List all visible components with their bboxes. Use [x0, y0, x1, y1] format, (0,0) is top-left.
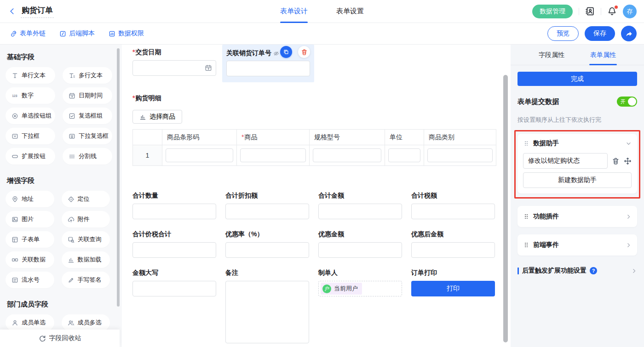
toolbar-link[interactable]: 表单外链 [10, 29, 46, 38]
delivery-date-input[interactable] [132, 60, 216, 76]
toolbar-link[interactable]: 后端脚本 [59, 29, 95, 38]
canvas-scrollbar[interactable] [503, 75, 508, 342]
table-cell[interactable] [162, 145, 237, 166]
submit-data-toggle[interactable]: 开 [617, 97, 637, 107]
sidebar-item-multiline[interactable]: 多行文本 [63, 67, 112, 84]
table-cell-input[interactable] [313, 148, 381, 162]
field-amount-in-words[interactable]: 金额大写 [132, 269, 216, 343]
copy-field-button[interactable] [280, 46, 292, 58]
sidebar-item-chart[interactable]: 数据加载 [62, 251, 110, 268]
toolbar-link[interactable]: 数据权限 [109, 29, 144, 38]
summary-field[interactable]: 合计数量 [132, 192, 216, 219]
linked-sales-order-input[interactable] [226, 61, 310, 76]
back-button[interactable] [8, 7, 16, 15]
summary-input[interactable] [411, 204, 495, 219]
data-helper-item[interactable]: 修改以销定购状态 [523, 153, 608, 169]
sidebar-scrollbar[interactable] [117, 48, 120, 307]
sidebar-item-users[interactable]: 成员多选 [62, 314, 110, 331]
top-tab[interactable]: 表单设计 [280, 0, 308, 23]
save-button[interactable]: 保存 [585, 26, 615, 41]
sidebar-item-number[interactable]: 123数字 [6, 87, 55, 104]
contacts-book-icon[interactable] [585, 6, 595, 16]
properties-tab[interactable]: 字段属性 [539, 45, 564, 65]
form-title[interactable]: 购货订单 [21, 5, 54, 18]
summary-field[interactable]: 合计价税合计 [132, 230, 216, 258]
creator-input[interactable]: 户 当前用户 [318, 281, 402, 296]
print-button[interactable]: 打印 [411, 281, 495, 296]
sidebar-item-attachment[interactable]: 附件 [62, 211, 110, 228]
table-cell-input[interactable] [166, 148, 233, 162]
help-question-icon[interactable]: ? [590, 267, 597, 274]
field-recycle-bin[interactable]: 字段回收站 [0, 330, 120, 347]
summary-field[interactable]: 合计金额 [318, 192, 402, 219]
sidebar-item-signature[interactable]: 手写签名 [62, 272, 110, 288]
summary-input[interactable] [132, 204, 216, 219]
field-delivery-date[interactable]: *交货日期 [132, 48, 216, 82]
data-helper-card: 数据助手 修改以销定购状态 新建数据助手 [518, 134, 637, 193]
field-order-print[interactable]: 订单打印 打印 [411, 269, 495, 343]
data-helper-header[interactable]: 数据助手 [523, 139, 632, 148]
user-avatar[interactable]: 存 [623, 5, 637, 18]
preview-button[interactable]: 预览 [547, 26, 579, 41]
plugin-card[interactable]: 功能插件 [518, 206, 637, 227]
sidebar-item-user[interactable]: 成员单选 [6, 314, 54, 331]
properties-tab[interactable]: 表单属性 [590, 45, 616, 65]
user-tag-avatar: 户 [322, 284, 331, 293]
sidebar-item-text[interactable]: 单行文本 [6, 67, 55, 84]
table-cell-input[interactable] [427, 148, 493, 162]
data-manage-button[interactable]: 数据管理 [532, 5, 573, 18]
sidebar-item-calendar[interactable]: 日期时间 [63, 87, 112, 104]
new-data-helper-button[interactable]: 新建数据助手 [523, 172, 632, 188]
field-remark[interactable]: 备注 [225, 269, 309, 343]
table-cell[interactable] [424, 145, 496, 166]
done-button[interactable]: 完成 [518, 72, 637, 86]
field-linked-sales-order[interactable]: 关联销货订单号 [222, 45, 314, 82]
summary-field[interactable]: 合计税额 [411, 192, 495, 219]
sidebar-item-label: 单行文本 [22, 71, 46, 80]
summary-input[interactable] [318, 204, 402, 219]
summary-field[interactable]: 优惠金额 [318, 230, 402, 258]
sidebar-item-pill[interactable]: 扩展按钮 [6, 148, 55, 165]
table-cell[interactable] [385, 145, 424, 166]
summary-input[interactable] [225, 242, 309, 258]
top-tab[interactable]: 表单设置 [336, 0, 364, 23]
summary-input[interactable] [225, 204, 309, 219]
notification-bell-icon[interactable] [607, 6, 617, 16]
select-product-button[interactable]: 选择商品 [132, 110, 182, 124]
calendar-icon [205, 64, 212, 72]
sidebar-item-image[interactable]: 图片 [6, 211, 54, 228]
table-cell-input[interactable] [240, 148, 306, 162]
table-cell-input[interactable] [388, 148, 420, 162]
sidebar-item-select[interactable]: 下拉框 [6, 128, 55, 144]
table-cell[interactable] [310, 145, 385, 166]
sidebar-item-subform[interactable]: 子表单 [6, 231, 54, 248]
sidebar-item-target[interactable]: 定位 [62, 191, 110, 207]
summary-input[interactable] [411, 242, 495, 258]
delete-field-button[interactable] [298, 46, 310, 58]
move-helper-button[interactable] [624, 157, 632, 165]
frontend-event-card[interactable]: 前端事件 [518, 234, 637, 256]
summary-field[interactable]: 合计折扣额 [225, 192, 309, 219]
sidebar-item-divider[interactable]: 分割线 [63, 148, 112, 165]
share-button[interactable] [621, 26, 637, 41]
sidebar-item-radio[interactable]: 单选按钮组 [6, 108, 55, 124]
table-cell[interactable] [237, 145, 310, 166]
amount-in-words-input[interactable] [132, 281, 216, 296]
field-creator[interactable]: 制单人 户 当前用户 [318, 269, 402, 343]
sidebar-item-serial[interactable]: 流水号 [6, 272, 54, 288]
delete-helper-button[interactable] [612, 157, 620, 165]
summary-input[interactable] [132, 242, 216, 258]
sidebar-item-multiselect[interactable]: 下拉复选框 [63, 128, 112, 144]
summary-input[interactable] [318, 242, 402, 258]
remark-textarea[interactable] [225, 281, 309, 343]
sidebar-item-pin[interactable]: 地址 [6, 191, 54, 207]
sidebar-item-linked-query[interactable]: 关联查询 [62, 231, 110, 248]
sidebar-item-linked-data[interactable]: 关联数据 [6, 251, 54, 268]
field-label: *交货日期 [132, 48, 216, 57]
sidebar-item-checkbox[interactable]: 复选框组 [63, 108, 112, 124]
summary-field[interactable]: 优惠率（%） [225, 230, 309, 258]
share-icon [625, 30, 633, 38]
calendar-icon [69, 92, 75, 99]
summary-field[interactable]: 优惠后金额 [411, 230, 495, 258]
post-trigger-settings[interactable]: 后置触发扩展功能设置 ? [518, 267, 637, 275]
